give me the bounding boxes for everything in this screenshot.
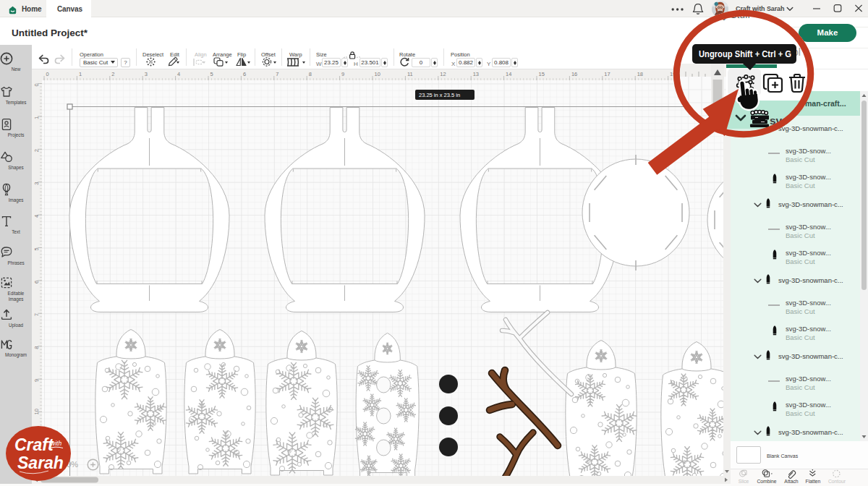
selected-group-name: man-craft... (805, 99, 846, 108)
layer-child-row[interactable]: svg-3D-snow... (786, 299, 831, 307)
operation-label: Operation (80, 51, 103, 58)
avatar[interactable] (712, 1, 728, 17)
chevron-down-icon[interactable] (754, 127, 762, 132)
make-button[interactable]: Make (799, 24, 856, 42)
flatten-icon[interactable] (806, 469, 821, 479)
x-label: X (451, 61, 455, 67)
ruler-number: 11 (407, 71, 413, 77)
rotate-input-stepper[interactable] (431, 58, 438, 67)
chevron-down-icon[interactable] (754, 202, 762, 208)
attach-icon[interactable] (784, 469, 799, 479)
horizontal-ruler: 01234567891011121314151617181920 (42, 69, 723, 80)
layers-scrollbar[interactable] (860, 91, 868, 441)
action-flatten[interactable]: Flatten (801, 479, 825, 484)
sidebar-item-editable-images[interactable]: EditableImages (0, 275, 32, 302)
window-maximize-icon[interactable] (833, 4, 842, 13)
undo-icon[interactable] (38, 54, 50, 64)
sidebar-item-images[interactable]: Images (0, 182, 32, 203)
sidebar-item-monogram[interactable]: Monogram (0, 336, 32, 358)
layer-child-row[interactable]: svg-3D-snow... (786, 325, 831, 333)
blank-canvas-swatch[interactable] (736, 446, 761, 464)
account-name[interactable]: Craft with Sarah (736, 5, 784, 12)
edit-dropdown-caret[interactable] (176, 61, 179, 64)
layer-child-row[interactable]: svg-3D-snow... (786, 147, 831, 155)
offset-icon[interactable] (262, 57, 272, 67)
layer-child-row[interactable]: svg-3D-snow... (786, 375, 831, 383)
arrange-icon[interactable] (213, 57, 224, 67)
account-chevron-down-icon[interactable] (786, 7, 793, 12)
deselect-icon[interactable] (146, 57, 156, 67)
layer-child-row[interactable]: svg-3D-snow... (786, 173, 831, 181)
sidebar-item-projects[interactable]: Projects (0, 116, 32, 138)
rotate-icon[interactable] (399, 57, 409, 67)
layer-operation-label: Basic Cut (786, 257, 815, 265)
y-input[interactable]: 0.808 (492, 58, 511, 67)
layer-child-row[interactable]: svg-3D-snow... (786, 223, 831, 231)
chevron-down-icon[interactable] (754, 430, 762, 435)
layer-group-row[interactable]: svg-3D-snowman-c... (778, 276, 843, 284)
ruler-number: 3 (145, 71, 148, 77)
layer-child-row[interactable]: svg-3D-snow... (786, 401, 831, 409)
chevron-down-icon[interactable] (754, 354, 762, 359)
canvas-horizontal-scrollbar[interactable] (32, 476, 731, 484)
action-slice: Slice (731, 479, 756, 484)
notifications-bell-icon[interactable] (692, 3, 704, 15)
toolbar-divider (255, 48, 255, 66)
layer-thumbnail-line (768, 304, 780, 307)
align-label: Align (195, 51, 207, 58)
design-canvas[interactable]: 23.25 in x 23.5 in (42, 80, 723, 476)
ruler-number: 19 (670, 71, 676, 77)
sidebar-item-new[interactable]: New (0, 51, 32, 72)
layer-thumbnail-shape (765, 198, 772, 208)
layer-child-row[interactable]: svg-3D-snow... (786, 249, 831, 257)
width-input[interactable]: 23.25 (322, 58, 341, 67)
y-input-stepper[interactable] (511, 58, 518, 67)
sidebar-item-phrases[interactable]: Phrases (0, 244, 32, 266)
chevron-down-icon[interactable] (754, 278, 762, 284)
redo-icon[interactable] (54, 54, 66, 64)
height-input-stepper[interactable] (381, 58, 388, 67)
combine-icon[interactable] (760, 469, 775, 479)
flip-icon[interactable] (236, 57, 247, 67)
action-attach[interactable]: Attach (779, 479, 804, 484)
button-dots[interactable] (439, 375, 458, 456)
rotate-input[interactable]: 0 (412, 58, 430, 67)
ruler-number: 6 (243, 71, 246, 77)
layer-group-row[interactable]: svg-3D-snowman-c... (778, 124, 843, 132)
operation-select[interactable]: Basic Cut (80, 58, 118, 67)
flip-dropdown-caret[interactable] (247, 61, 250, 64)
x-input[interactable]: 0.882 (456, 58, 475, 67)
action-combine[interactable]: Combine (754, 479, 779, 484)
ruler-corner (32, 69, 42, 80)
tab-canvas-label[interactable]: Canvas (57, 5, 82, 13)
window-close-icon[interactable] (854, 4, 863, 13)
warp-icon[interactable] (287, 58, 300, 67)
height-input[interactable]: 23.501 (359, 58, 380, 67)
layer-group-row[interactable]: svg-3D-snowman-c... (778, 428, 843, 436)
sidebar-item-upload[interactable]: Upload (0, 307, 32, 328)
arrange-dropdown-caret[interactable] (225, 61, 228, 64)
action-contour: Contour (825, 479, 849, 484)
toolbar-divider (186, 48, 187, 66)
sidebar-item-text[interactable]: Text (0, 213, 32, 235)
ruler-number: 8 (33, 346, 40, 349)
zoom-in-icon[interactable] (87, 459, 99, 471)
offset-dropdown-caret[interactable] (273, 61, 276, 64)
window-minimize-icon[interactable] (812, 4, 821, 13)
ruler-number: 3 (33, 182, 40, 185)
sidebar-item-templates[interactable]: Templates (0, 84, 32, 106)
editable-images-icon (0, 276, 13, 289)
layer-group-row[interactable]: svg-3D-snowman-c... (778, 200, 843, 208)
more-menu-icon[interactable] (671, 7, 684, 12)
tab-home[interactable]: Home (22, 5, 41, 13)
warp-dropdown-caret[interactable] (302, 61, 305, 64)
lock-aspect-icon[interactable] (343, 51, 362, 59)
ruler-number: 2 (111, 71, 114, 77)
toolbar-divider (281, 48, 282, 66)
x-input-stepper[interactable] (476, 58, 482, 67)
operation-help-button[interactable]: ? (121, 58, 130, 67)
canvas-vertical-scrollbar[interactable] (723, 77, 731, 476)
sidebar-item-shapes[interactable]: Shapes (0, 149, 32, 171)
sidebar-item-label: Shapes (0, 165, 32, 171)
layer-group-row[interactable]: svg-3D-snowman-c... (778, 352, 843, 360)
